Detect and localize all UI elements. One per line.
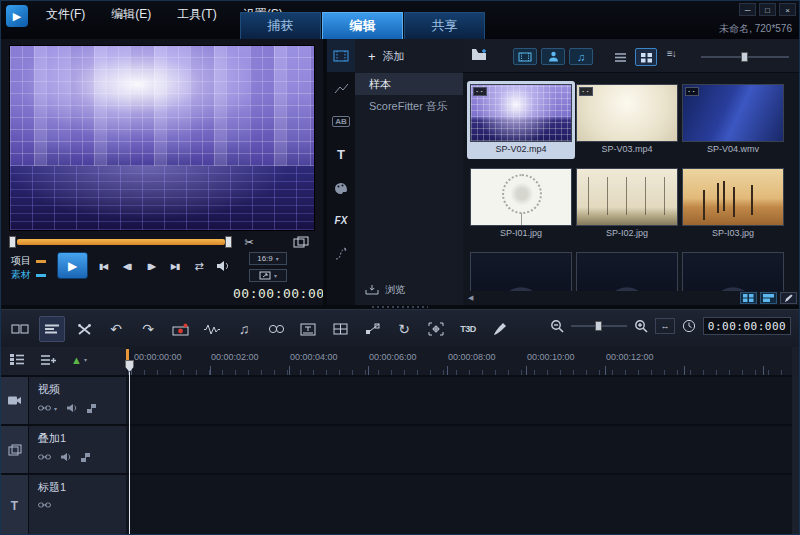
instant-project-tab[interactable] bbox=[327, 72, 355, 105]
chevron-down-icon[interactable]: ▾ bbox=[54, 405, 57, 412]
play-button[interactable]: ▶ bbox=[57, 252, 88, 279]
library-item[interactable] bbox=[470, 252, 572, 291]
trim-end-handle[interactable] bbox=[225, 236, 232, 248]
filter-photo-button[interactable] bbox=[541, 48, 565, 65]
sort-button[interactable]: ≡↓ bbox=[667, 48, 676, 59]
filter-audio-button[interactable]: ♫ bbox=[569, 48, 593, 65]
thumbnail-view-button[interactable] bbox=[635, 48, 657, 66]
title-track-type-button[interactable]: T bbox=[1, 475, 29, 535]
maximize-button[interactable]: □ bbox=[759, 3, 776, 16]
track-mute-button[interactable] bbox=[66, 403, 78, 413]
ripple-link-button[interactable] bbox=[38, 404, 51, 412]
ripple-link-button[interactable] bbox=[38, 453, 51, 461]
zoom-slider[interactable] bbox=[571, 320, 627, 332]
undo-button[interactable]: ↶ bbox=[103, 316, 129, 342]
storyboard-view-button[interactable] bbox=[7, 316, 33, 342]
zoom-out-button[interactable] bbox=[550, 319, 564, 333]
tab-share[interactable]: 共享 bbox=[404, 12, 485, 39]
browse-button[interactable]: 浏览 bbox=[365, 283, 405, 297]
ruler-time-button[interactable] bbox=[682, 319, 696, 333]
title-track-lane[interactable] bbox=[126, 475, 792, 535]
add-category-button[interactable]: + 添加 bbox=[355, 39, 463, 73]
tab-edit[interactable]: 编辑 bbox=[322, 12, 403, 39]
go-start-button[interactable]: ▮◀ bbox=[91, 254, 115, 278]
library-item[interactable] bbox=[576, 252, 678, 291]
video-track-type-button[interactable] bbox=[1, 377, 29, 424]
zoom-in-button[interactable] bbox=[634, 319, 648, 333]
list-view-button[interactable] bbox=[609, 48, 631, 66]
filter-video-button[interactable] bbox=[513, 48, 537, 65]
title-3d-button[interactable]: T3D bbox=[455, 316, 481, 342]
mask-creator-button[interactable] bbox=[487, 316, 513, 342]
motion-path-tab[interactable] bbox=[327, 237, 355, 270]
trim-range[interactable] bbox=[17, 239, 225, 245]
speed-lens-button[interactable] bbox=[263, 316, 289, 342]
thumbnail-size-slider[interactable] bbox=[701, 52, 789, 62]
toolbox-button[interactable] bbox=[71, 316, 97, 342]
split-clip-button[interactable]: ✂ bbox=[239, 235, 259, 249]
record-capture-button[interactable] bbox=[167, 316, 193, 342]
library-item[interactable]: ▪ ▪ SP-V02.mp4 bbox=[470, 84, 572, 156]
redo-button[interactable]: ↷ bbox=[135, 316, 161, 342]
subtitle-editor-button[interactable] bbox=[295, 316, 321, 342]
graphic-tab[interactable] bbox=[327, 171, 355, 204]
aspect-ratio-select[interactable]: 16:9 ▾ bbox=[249, 252, 287, 265]
compact-view-button[interactable] bbox=[760, 292, 777, 304]
track-transparency-button[interactable] bbox=[359, 316, 385, 342]
fit-project-button[interactable]: ↔ bbox=[655, 318, 675, 334]
minimize-button[interactable]: ─ bbox=[739, 3, 756, 16]
repeat-button[interactable]: ⇄ bbox=[187, 254, 211, 278]
title-tab[interactable]: T bbox=[327, 138, 355, 171]
slider-handle[interactable] bbox=[741, 52, 748, 62]
category-scorefitter[interactable]: ScoreFitter 音乐 bbox=[355, 95, 463, 117]
library-item[interactable]: ▪ ▪ SP-V03.mp4 bbox=[576, 84, 678, 156]
timeline-scrollbar[interactable] bbox=[792, 375, 799, 535]
enlarge-preview-button[interactable] bbox=[293, 236, 309, 248]
tab-capture[interactable]: 捕获 bbox=[240, 12, 321, 39]
category-samples[interactable]: 样本 bbox=[355, 73, 463, 95]
track-fx-button[interactable] bbox=[87, 404, 96, 413]
scroll-left-button[interactable]: ◀ bbox=[468, 294, 473, 302]
track-mute-button[interactable] bbox=[60, 452, 72, 462]
library-item[interactable]: SP-I03.jpg bbox=[682, 168, 784, 240]
next-frame-button[interactable]: ▮▶ bbox=[139, 254, 163, 278]
menu-tools[interactable]: 工具(T) bbox=[164, 3, 229, 26]
rotate-360-button[interactable]: ↻ bbox=[391, 316, 417, 342]
library-item[interactable]: SP-I02.jpg bbox=[576, 168, 678, 240]
preview-size-select[interactable]: ▾ bbox=[249, 269, 287, 282]
import-media-button[interactable] bbox=[471, 48, 488, 61]
menu-file[interactable]: 文件(F) bbox=[33, 3, 98, 26]
library-item[interactable]: SP-I01.jpg bbox=[470, 168, 572, 240]
edit-library-button[interactable] bbox=[780, 292, 797, 304]
preview-video[interactable] bbox=[9, 45, 315, 231]
sound-mixer-button[interactable] bbox=[199, 316, 225, 342]
motion-tracking-button[interactable] bbox=[423, 316, 449, 342]
filter-tab[interactable]: FX bbox=[327, 204, 355, 237]
split-screen-template-button[interactable] bbox=[327, 316, 353, 342]
menu-edit[interactable]: 编辑(E) bbox=[98, 3, 164, 26]
ripple-link-button[interactable] bbox=[38, 501, 51, 509]
toolbar-timecode[interactable]: 0:00:00:000 bbox=[703, 317, 791, 335]
library-item[interactable] bbox=[682, 252, 784, 291]
auto-music-button[interactable]: ♫ bbox=[231, 316, 257, 342]
transition-tab[interactable]: AB bbox=[327, 105, 355, 138]
overlay-track-type-button[interactable] bbox=[1, 426, 29, 473]
timeline-ruler[interactable]: 00:00:00:00 00:00:02:00 00:00:04:00 00:0… bbox=[126, 347, 792, 375]
overlay-track-lane[interactable] bbox=[126, 426, 792, 473]
track-manager-button[interactable] bbox=[9, 353, 25, 366]
chapter-marker-button[interactable]: ▲ ▾ bbox=[71, 354, 87, 366]
library-item[interactable]: ▪ ▪ SP-V04.wmv bbox=[682, 84, 784, 156]
range-start-marker[interactable] bbox=[126, 349, 129, 360]
close-button[interactable]: × bbox=[779, 3, 796, 16]
video-track-lane[interactable] bbox=[126, 377, 792, 424]
trim-start-handle[interactable] bbox=[9, 236, 16, 248]
track-fx-button[interactable] bbox=[81, 453, 90, 462]
media-library-tab[interactable] bbox=[327, 39, 355, 72]
clip-mode[interactable]: 素材 bbox=[11, 268, 46, 282]
slider-handle[interactable] bbox=[595, 321, 602, 331]
volume-button[interactable] bbox=[211, 254, 235, 278]
gallery-view-button[interactable] bbox=[740, 292, 757, 304]
go-end-button[interactable]: ▶▮ bbox=[163, 254, 187, 278]
prev-frame-button[interactable]: ◀▮ bbox=[115, 254, 139, 278]
timeline-view-button[interactable] bbox=[39, 316, 65, 342]
